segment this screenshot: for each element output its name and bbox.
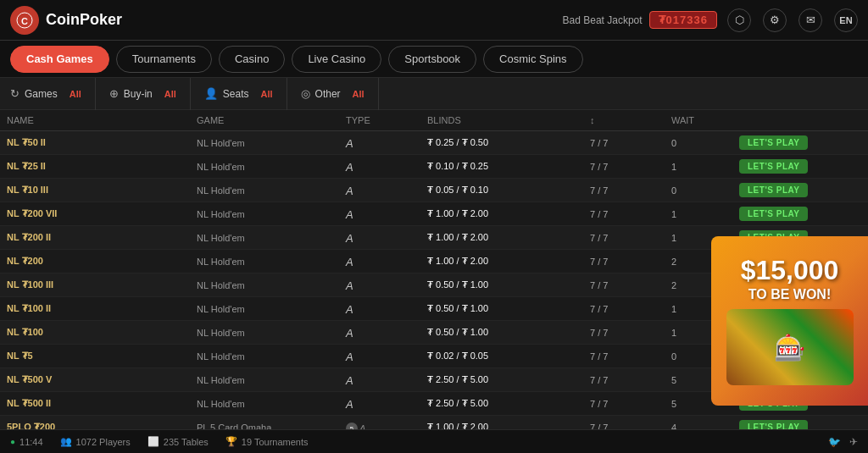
promo-banner[interactable]: $15,000 TO BE WON! 🎰 (711, 236, 868, 406)
cell-action[interactable]: LET'S PLAY (732, 416, 868, 430)
cell-blinds: ₮ 0.25 / ₮ 0.50 (420, 131, 583, 155)
cell-seats: 7 / 7 (583, 273, 665, 297)
cell-action[interactable]: LET'S PLAY (732, 179, 868, 202)
nav-live-casino[interactable]: Live Casino (292, 46, 381, 73)
type-a-icon: A (346, 303, 353, 316)
cell-game: NL Hold'em (190, 273, 339, 297)
bad-beat-section: Bad Beat Jackpot ₮017336 (563, 11, 717, 29)
logo-icon: C (10, 6, 39, 35)
cell-game: NL Hold'em (190, 250, 339, 273)
filter-seats[interactable]: 👤 Seats All (191, 78, 287, 110)
nav-sportsbook[interactable]: Sportsbook (388, 46, 476, 73)
nav-casino[interactable]: Casino (219, 46, 285, 73)
status-bar: ● 11:44 👥 1072 Players ⬜ 235 Tables 🏆 19… (0, 429, 868, 453)
lets-play-button[interactable]: LET'S PLAY (739, 135, 808, 150)
cell-seats: 7 / 7 (583, 345, 665, 368)
wallet-icon[interactable]: ⬡ (727, 8, 751, 32)
nav-cosmic-spins[interactable]: Cosmic Spins (483, 46, 582, 73)
table-row[interactable]: NL ₮25 II NL Hold'em A ₮ 0.10 / ₮ 0.25 7… (0, 155, 868, 179)
table-row[interactable]: NL ₮200 VII NL Hold'em A ₮ 1.00 / ₮ 2.00… (0, 202, 868, 226)
seats-icon: 👤 (204, 87, 218, 100)
games-icon: ↻ (10, 87, 19, 100)
nav-tournaments[interactable]: Tournaments (116, 46, 212, 73)
type-a-icon: A (346, 137, 353, 150)
cell-type: 5 A (339, 416, 420, 430)
status-tables: ⬜ 235 Tables (147, 436, 209, 447)
cell-action[interactable]: LET'S PLAY (732, 202, 868, 226)
cell-name: NL ₮100 (0, 321, 190, 345)
telegram-icon[interactable]: ✈ (849, 436, 858, 448)
th-name: NAME (0, 110, 190, 131)
lets-play-button[interactable]: LET'S PLAY (739, 420, 808, 429)
cell-seats: 7 / 7 (583, 202, 665, 226)
table-row[interactable]: NL ₮50 II NL Hold'em A ₮ 0.25 / ₮ 0.50 7… (0, 131, 868, 155)
filter-other-value: All (353, 89, 364, 99)
cell-blinds: ₮ 1.00 / ₮ 2.00 (420, 416, 583, 430)
players-icon: 👥 (60, 436, 72, 447)
twitter-icon[interactable]: 🐦 (828, 436, 841, 448)
lang-selector[interactable]: EN (834, 8, 858, 32)
cell-seats: 7 / 7 (583, 392, 665, 416)
cell-type: A (339, 179, 420, 202)
cell-type: A (339, 368, 420, 392)
cell-seats: 7 / 7 (583, 416, 665, 430)
cell-blinds: ₮ 2.50 / ₮ 5.00 (420, 368, 583, 392)
cell-type: A (339, 226, 420, 250)
filter-games[interactable]: ↻ Games All (10, 78, 96, 110)
cell-game: PL 5 Card Omaha (190, 416, 339, 430)
filter-games-value: All (70, 89, 81, 99)
cell-game: NL Hold'em (190, 155, 339, 179)
nav-cash-games[interactable]: Cash Games (10, 46, 109, 73)
cell-wait: 1 (665, 202, 732, 226)
tables-count: 235 Tables (164, 437, 209, 447)
lets-play-button[interactable]: LET'S PLAY (739, 207, 808, 221)
th-wait: WAIT (665, 110, 732, 131)
cell-wait: 0 (665, 179, 732, 202)
table-row[interactable]: 5PLO ₮200 PL 5 Card Omaha 5 A ₮ 1.00 / ₮… (0, 416, 868, 430)
cell-name: NL ₮5 (0, 345, 190, 368)
cell-blinds: ₮ 0.05 / ₮ 0.10 (420, 179, 583, 202)
th-seats[interactable]: ↕ (583, 110, 665, 131)
settings-icon[interactable]: ⚙ (763, 8, 787, 32)
cell-wait: 1 (665, 155, 732, 179)
filter-seats-value: All (261, 89, 273, 99)
cell-name: NL ₮100 II (0, 297, 190, 321)
cell-seats: 7 / 7 (583, 226, 665, 250)
cell-blinds: ₮ 0.50 / ₮ 1.00 (420, 273, 583, 297)
cell-blinds: ₮ 1.00 / ₮ 2.00 (420, 202, 583, 226)
cell-type: A (339, 250, 420, 273)
cell-type: A (339, 345, 420, 368)
lets-play-button[interactable]: LET'S PLAY (739, 183, 808, 197)
bad-beat-label: Bad Beat Jackpot (563, 14, 643, 26)
players-count: 1072 Players (76, 437, 131, 447)
cell-blinds: ₮ 2.50 / ₮ 5.00 (420, 392, 583, 416)
cell-blinds: ₮ 0.02 / ₮ 0.05 (420, 345, 583, 368)
status-time-value: 11:44 (19, 437, 43, 447)
cell-game: NL Hold'em (190, 321, 339, 345)
cell-seats: 7 / 7 (583, 297, 665, 321)
type-a-icon: A (346, 256, 353, 268)
cell-wait: 4 (665, 416, 732, 430)
type-a-icon: A (346, 185, 353, 197)
lets-play-button[interactable]: LET'S PLAY (739, 159, 808, 174)
cell-game: NL Hold'em (190, 345, 339, 368)
table-row[interactable]: NL ₮10 III NL Hold'em A ₮ 0.05 / ₮ 0.10 … (0, 179, 868, 202)
cell-blinds: ₮ 0.10 / ₮ 0.25 (420, 155, 583, 179)
mail-icon[interactable]: ✉ (798, 8, 822, 32)
svg-text:C: C (21, 16, 28, 26)
th-type: TYPE (339, 110, 420, 131)
table-header-row: NAME GAME TYPE BLINDS ↕ WAIT (0, 110, 868, 131)
filter-buyin[interactable]: ⊕ Buy-in All (96, 78, 191, 110)
cell-action[interactable]: LET'S PLAY (732, 131, 868, 155)
cell-game: NL Hold'em (190, 297, 339, 321)
filter-other-label: Other (315, 88, 341, 100)
promo-image: 🎰 (726, 309, 854, 385)
cell-type: A (339, 297, 420, 321)
cell-type: A (339, 155, 420, 179)
filter-other[interactable]: ◎ Other All (287, 78, 379, 110)
cell-action[interactable]: LET'S PLAY (732, 155, 868, 179)
cell-name: NL ₮200 (0, 250, 190, 273)
status-time: ● 11:44 (10, 437, 43, 447)
logo-text: CoinPoker (46, 11, 122, 29)
buyin-icon: ⊕ (109, 87, 119, 100)
